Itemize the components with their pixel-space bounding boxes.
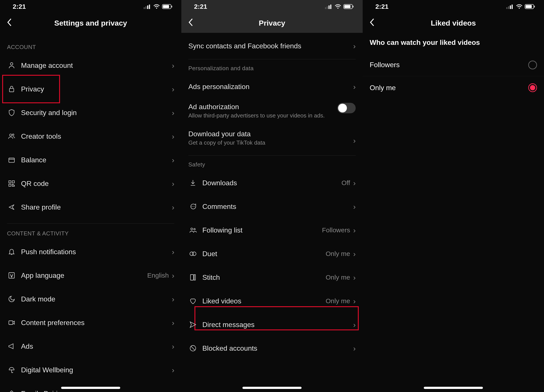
row-stitch[interactable]: Stitch Only me ›: [181, 265, 363, 289]
chevron-left-icon: [369, 18, 375, 27]
row-label: Duet: [202, 250, 326, 258]
row-creator-tools[interactable]: Creator tools ›: [0, 124, 181, 148]
people-icon: [7, 132, 16, 141]
home-indicator[interactable]: [424, 387, 483, 389]
row-blocked[interactable]: Blocked accounts ›: [181, 336, 363, 360]
home-indicator[interactable]: [61, 387, 120, 389]
svg-rect-6: [163, 5, 169, 8]
battery-icon: [343, 4, 354, 9]
battery-icon: [162, 4, 172, 9]
chevron-left-icon: [6, 18, 12, 27]
toggle-ad-auth[interactable]: [337, 103, 356, 113]
screen-liked-videos: 2:21 Liked videos Who can watch your lik…: [363, 0, 544, 392]
row-security[interactable]: Security and login ›: [0, 101, 181, 124]
share-icon: [7, 202, 16, 212]
option-followers[interactable]: Followers: [363, 54, 544, 76]
home-icon: [7, 389, 16, 392]
chevron-right-icon: ›: [172, 271, 174, 280]
row-label: Following list: [202, 226, 322, 234]
row-ad-authorization[interactable]: Ad authorization Allow third-party adver…: [181, 98, 363, 125]
row-liked[interactable]: Liked videos Only me ›: [181, 289, 363, 313]
status-bar: 2:21: [363, 0, 544, 13]
chevron-right-icon: ›: [353, 297, 356, 305]
svg-point-8: [10, 63, 13, 65]
svg-point-11: [12, 134, 14, 135]
moon-icon: [7, 294, 16, 304]
svg-point-33: [192, 252, 196, 256]
row-label: Ads personalization: [188, 83, 353, 91]
page-title: Settings and privacy: [0, 19, 181, 27]
divider: [188, 155, 356, 156]
back-button[interactable]: [188, 18, 194, 28]
section-header-personalization: Personalization and data: [181, 64, 363, 75]
row-privacy[interactable]: Privacy ›: [0, 77, 181, 101]
row-value: Only me: [326, 297, 350, 305]
row-content-pref[interactable]: Content preferences ›: [0, 311, 181, 334]
chevron-left-icon: [188, 18, 194, 27]
row-label: App language: [21, 271, 147, 280]
svg-rect-39: [510, 6, 511, 9]
row-balance[interactable]: Balance ›: [0, 148, 181, 172]
row-label: Liked videos: [202, 297, 326, 305]
row-label: Comments: [202, 202, 353, 211]
chevron-right-icon: ›: [172, 342, 174, 351]
shield-icon: [7, 108, 16, 117]
row-label: Ad authorization: [188, 103, 337, 111]
back-button[interactable]: [369, 18, 375, 28]
row-label: Security and login: [21, 109, 172, 117]
chevron-right-icon: ›: [353, 202, 356, 211]
row-manage-account[interactable]: Manage account ›: [0, 54, 181, 77]
row-push[interactable]: Push notifications ›: [0, 240, 181, 264]
wallet-icon: [7, 155, 16, 165]
svg-rect-38: [508, 6, 509, 9]
option-label: Followers: [370, 61, 400, 69]
svg-rect-15: [9, 184, 11, 186]
svg-point-29: [194, 206, 195, 207]
row-value: Only me: [326, 274, 350, 281]
row-label: Direct messages: [202, 321, 353, 329]
row-share[interactable]: Share profile ›: [0, 195, 181, 219]
row-ads[interactable]: Ads ›: [0, 334, 181, 358]
row-value: Followers: [322, 226, 350, 234]
row-download-data[interactable]: Download your data Get a copy of your Ti…: [181, 125, 363, 151]
row-duet[interactable]: Duet Only me ›: [181, 242, 363, 265]
radio-selected[interactable]: [528, 83, 537, 92]
back-button[interactable]: [6, 18, 12, 28]
row-ads-personalization[interactable]: Ads personalization ›: [181, 75, 363, 98]
svg-rect-19: [325, 7, 326, 9]
send-icon: [188, 320, 198, 329]
row-following[interactable]: Following list Followers ›: [181, 218, 363, 242]
home-indicator[interactable]: [242, 387, 302, 389]
row-sync[interactable]: Sync contacts and Facebook friends ›: [181, 33, 363, 59]
row-label: Sync contacts and Facebook friends: [188, 42, 353, 50]
row-wellbeing[interactable]: Digital Wellbeing ›: [0, 358, 181, 382]
row-qr[interactable]: QR code ›: [0, 172, 181, 195]
svg-rect-7: [171, 6, 172, 7]
svg-rect-3: [149, 5, 150, 9]
row-language[interactable]: App language English ›: [0, 264, 181, 287]
option-onlyme[interactable]: Only me: [363, 76, 544, 99]
chevron-right-icon: ›: [172, 203, 174, 212]
row-value: English: [147, 272, 169, 279]
svg-rect-44: [534, 6, 535, 7]
row-dark[interactable]: Dark mode ›: [0, 287, 181, 311]
row-downloads[interactable]: Downloads Off ›: [181, 171, 363, 195]
wifi-icon: [335, 4, 341, 9]
svg-rect-37: [506, 7, 508, 9]
radio-unselected[interactable]: [528, 61, 537, 69]
svg-rect-40: [512, 5, 513, 9]
status-icons: [506, 4, 535, 9]
chevron-right-icon: ›: [353, 82, 356, 91]
svg-rect-14: [12, 181, 14, 183]
row-label: Blocked accounts: [202, 344, 353, 352]
page-title: Liked videos: [363, 19, 544, 27]
row-label: Digital Wellbeing: [21, 366, 172, 374]
row-label: Ads: [21, 342, 172, 351]
chevron-right-icon: ›: [353, 136, 356, 145]
row-dm[interactable]: Direct messages ›: [181, 313, 363, 336]
divider: [188, 59, 356, 59]
row-subtitle: Allow third-party advertisers to use you…: [188, 112, 337, 119]
row-comments[interactable]: Comments ›: [181, 195, 363, 218]
lock-icon: [7, 84, 16, 94]
chevron-right-icon: ›: [172, 366, 174, 374]
